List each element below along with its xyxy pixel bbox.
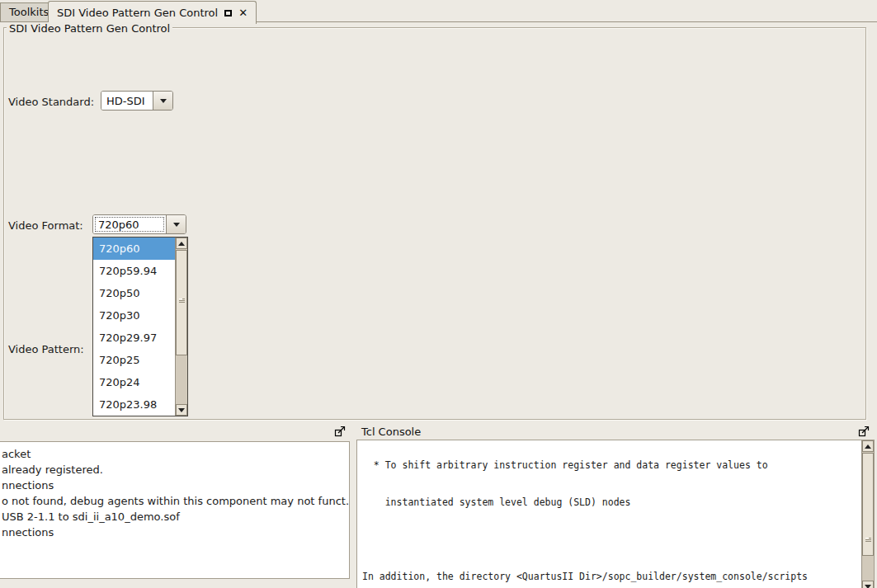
tcl-scrollbar-thumb[interactable] — [862, 453, 874, 556]
tcl-console-panel: Tcl Console * To shift arbitrary instruc… — [355, 423, 876, 588]
detach-panel-icon[interactable] — [334, 426, 346, 437]
option-720p23-98[interactable]: 720p23.98 — [93, 393, 175, 416]
message-line: acket — [2, 446, 346, 462]
video-format-dropdown-list: 720p60 720p59.94 720p50 720p30 720p29.97… — [92, 237, 188, 416]
messages-panel-header — [0, 423, 350, 440]
option-720p29-97[interactable]: 720p29.97 — [93, 327, 175, 349]
scroll-down-icon[interactable] — [862, 581, 874, 588]
video-standard-value[interactable]: HD-SDI — [101, 92, 153, 110]
tab-sdi-video-pattern-gen-control[interactable]: SDI Video Pattern Gen Control ✕ — [48, 1, 257, 24]
tcl-console-scrollbar[interactable] — [861, 440, 874, 588]
message-line: nnections — [2, 477, 346, 493]
tab-active-label: SDI Video Pattern Gen Control — [57, 2, 218, 24]
system-console-window: { "tabs": { "toolkits_label": "Toolkits"… — [0, 0, 877, 588]
dropdown-scrollbar[interactable] — [175, 238, 187, 416]
tab-toolkits-label: Toolkits — [9, 6, 49, 18]
tcl-console-text: * To shift arbitrary instruction registe… — [362, 440, 860, 588]
option-720p50[interactable]: 720p50 — [93, 282, 175, 304]
video-standard-label: Video Standard: — [8, 96, 94, 108]
detach-panel-icon[interactable] — [858, 426, 870, 437]
console-line: In addition, the directory <QuartusII Di… — [362, 571, 860, 583]
close-icon[interactable]: ✕ — [238, 7, 248, 18]
tcl-console-output[interactable]: * To shift arbitrary instruction registe… — [356, 440, 875, 588]
messages-panel: acket already registered. nnections o no… — [0, 423, 350, 588]
console-line: * To shift arbitrary instruction registe… — [362, 459, 860, 472]
groupbox-title: SDI Video Pattern Gen Control — [7, 22, 172, 35]
video-format-options: 720p60 720p59.94 720p50 720p30 720p29.97… — [93, 238, 175, 416]
tcl-console-header: Tcl Console — [355, 423, 876, 440]
chevron-down-icon — [160, 99, 167, 103]
scroll-up-icon[interactable] — [862, 440, 874, 452]
option-720p24[interactable]: 720p24 — [93, 371, 175, 393]
float-window-icon[interactable] — [224, 10, 232, 16]
message-line: already registered. — [2, 462, 346, 477]
console-line: instantiated system level debug (SLD) no… — [362, 496, 860, 509]
messages-list: acket already registered. nnections o no… — [0, 441, 350, 579]
message-line: o not found, debug agents within this co… — [2, 493, 346, 509]
dropdown-scrollbar-thumb[interactable] — [176, 250, 187, 355]
video-format-label: Video Format: — [8, 219, 83, 232]
message-line: USB 2-1.1 to sdi_ii_a10_demo.sof — [2, 509, 346, 524]
video-standard-combobox[interactable]: HD-SDI — [101, 91, 173, 111]
option-720p60[interactable]: 720p60 — [93, 238, 175, 260]
video-standard-dropdown-button[interactable] — [153, 92, 172, 110]
video-format-value[interactable]: 720p60 — [93, 215, 166, 233]
video-format-combobox[interactable]: 720p60 — [92, 214, 186, 234]
scroll-up-icon[interactable] — [176, 238, 187, 249]
option-720p59-94[interactable]: 720p59.94 — [93, 260, 175, 282]
option-720p30[interactable]: 720p30 — [93, 304, 175, 327]
option-720p25[interactable]: 720p25 — [93, 349, 175, 371]
chevron-down-icon — [173, 223, 180, 227]
message-line: nnections — [2, 524, 346, 540]
scroll-down-icon[interactable] — [176, 404, 187, 416]
tcl-console-title: Tcl Console — [361, 426, 421, 438]
video-pattern-label: Video Pattern: — [8, 343, 84, 355]
video-format-dropdown-button[interactable] — [166, 215, 186, 233]
console-line — [362, 534, 860, 546]
